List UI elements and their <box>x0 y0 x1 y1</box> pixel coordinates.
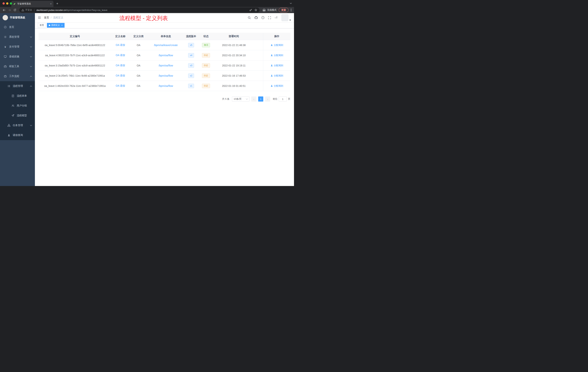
table-row: oa_leave:3:1fad3d93-7b75-11ec-a3c8-acde4… <box>39 60 290 71</box>
sidebar-fold-icon[interactable] <box>38 16 41 19</box>
assign-rule-link[interactable]: 分配规则 <box>271 84 283 88</box>
browser-menu-icon[interactable] <box>291 9 292 11</box>
definition-name-link[interactable]: OA 请假 <box>116 84 125 88</box>
github-icon[interactable] <box>254 16 258 20</box>
omnibox-end-icons <box>249 9 257 11</box>
sidebar-item-process-form[interactable]: 流程表单 <box>0 91 35 101</box>
sidebar-item-process-mgmt[interactable]: 流程管理 <box>0 81 35 91</box>
page-1-button[interactable]: 1 <box>258 97 263 101</box>
avatar[interactable] <box>282 14 288 21</box>
user-menu[interactable] <box>282 14 291 21</box>
tag-process-definition[interactable]: 流程定义 × <box>47 23 64 28</box>
sidebar-item-system[interactable]: 系统管理 <box>0 32 35 42</box>
window-minimize-button[interactable] <box>6 2 8 5</box>
chevron-up-icon <box>30 76 32 77</box>
toolbox-icon <box>4 65 7 68</box>
app-container: 芋道管理系统 首页 系统管理 ¥ 支付管理 <box>0 13 294 186</box>
definition-name-link[interactable]: OA 请假 <box>116 74 125 77</box>
tag-close-icon[interactable]: × <box>61 24 63 27</box>
sidebar-item-devtools[interactable]: 研发工具 <box>0 62 35 71</box>
address-bar[interactable]: 不安全 | dashboard.yudao.iocoder.cn/bpm/man… <box>19 8 260 12</box>
sidebar: 芋道管理系统 首页 系统管理 ¥ 支付管理 <box>0 13 35 186</box>
form-info-link[interactable]: /bpm/oa/flow <box>158 64 173 67</box>
sidebar-item-workflow[interactable]: 工作流程 <box>0 71 35 81</box>
user-icon <box>271 54 273 56</box>
chevron-down-icon <box>30 36 32 38</box>
sidebar-item-process-model[interactable]: 流程模型 <box>0 111 35 120</box>
page-size-select[interactable]: 10条/页 <box>232 97 250 101</box>
sidebar-item-label: 用户分组 <box>17 104 27 107</box>
forward-icon[interactable] <box>7 8 12 12</box>
form-info-link[interactable]: /bpm/oa/flow <box>158 74 173 77</box>
breadcrumb-separator: / <box>51 16 52 19</box>
new-tab-button[interactable]: + <box>55 1 60 6</box>
reload-icon[interactable] <box>12 8 17 12</box>
assign-rule-label: 分配规则 <box>274 84 283 88</box>
cell-action: 分配规则 <box>263 81 290 91</box>
sidebar-item-task-mgmt[interactable]: 任务管理 <box>0 120 35 130</box>
form-info-link[interactable]: /bpm/oa/flow <box>158 54 173 57</box>
url-host: dashboard.yudao.iocoder.cn <box>36 9 66 11</box>
back-icon[interactable] <box>1 8 7 12</box>
url-text[interactable]: dashboard.yudao.iocoder.cn/bpm/manager/d… <box>36 9 248 11</box>
incognito-label: 无痕模式 <box>267 8 277 12</box>
logo-title: 芋道管理系统 <box>10 16 25 19</box>
sidebar-logo[interactable]: 芋道管理系统 <box>0 13 35 22</box>
breadcrumb-home[interactable]: 首页 <box>44 16 49 19</box>
definition-name-link[interactable]: OA 请假 <box>116 64 125 67</box>
fullscreen-icon[interactable] <box>268 16 271 19</box>
update-button[interactable]: 更新 <box>279 8 289 12</box>
assign-rule-link[interactable]: 分配规则 <box>271 44 283 47</box>
sidebar-item-infra[interactable]: 基础设施 <box>0 52 35 62</box>
definition-name-link[interactable]: OA 请假 <box>116 44 125 47</box>
send-icon <box>11 114 15 117</box>
cell-form-info: /bpm/oa/leave/create <box>148 40 184 50</box>
pagination-goto: 前往 页 <box>273 97 290 101</box>
window-close-button[interactable] <box>2 2 5 5</box>
cell-status: 挂起 <box>198 71 214 81</box>
tag-home[interactable]: 首页 <box>38 23 46 28</box>
svg-text:T: T <box>276 16 278 19</box>
window-zoom-button[interactable] <box>10 2 12 5</box>
prev-page-button[interactable]: ‹ <box>251 97 256 101</box>
browser-tabstrip: 芋道管理系统 × + <box>0 0 294 7</box>
tab-search-chevron-icon[interactable] <box>290 3 292 4</box>
svg-text:T: T <box>275 17 276 19</box>
traffic-lights <box>2 2 12 5</box>
incognito-icon <box>262 9 266 12</box>
version-badge: v2 <box>188 74 194 78</box>
bookmark-star-icon[interactable] <box>254 9 257 11</box>
chevron-down-icon <box>30 46 32 47</box>
assign-rule-link[interactable]: 分配规则 <box>271 64 283 67</box>
search-icon[interactable] <box>248 16 251 19</box>
sidebar-item-user-group[interactable]: 用户分组 <box>0 101 35 111</box>
cell-category: OA <box>129 60 148 70</box>
sidebar-item-label: 流程表单 <box>17 94 27 98</box>
goto-page-input[interactable] <box>279 97 287 101</box>
cell-category: OA <box>129 50 148 60</box>
not-secure-label[interactable]: 不安全 <box>25 9 32 12</box>
url-path: /bpm/manager/definition?key=oa_leave <box>66 9 107 11</box>
active-tag-dot <box>49 25 50 26</box>
col-definition-name: 定义名称 <box>111 33 129 40</box>
form-info-link[interactable]: /bpm/oa/leave/create <box>154 44 178 47</box>
sidebar-item-home[interactable]: 首页 <box>0 22 35 32</box>
assign-rule-link[interactable]: 分配规则 <box>271 54 283 57</box>
cell-spacer <box>254 71 263 81</box>
password-key-icon[interactable] <box>249 9 252 11</box>
sidebar-item-label: 研发工具 <box>9 65 19 68</box>
sidebar-item-label: 支付管理 <box>9 45 19 48</box>
help-icon[interactable]: ? <box>261 16 264 19</box>
font-size-icon[interactable]: TT <box>274 16 278 19</box>
browser-tab[interactable]: 芋道管理系统 × <box>11 1 53 7</box>
assign-rule-link[interactable]: 分配规则 <box>271 74 283 77</box>
cell-version: v5 <box>184 40 198 50</box>
form-info-link[interactable]: /bpm/oa/flow <box>158 85 173 87</box>
next-page-button[interactable]: › <box>265 97 270 101</box>
cell-status: 挂起 <box>198 60 214 70</box>
sidebar-item-payment[interactable]: ¥ 支付管理 <box>0 42 35 52</box>
cell-action: 分配规则 <box>263 40 290 50</box>
tab-close-icon[interactable]: × <box>50 2 52 5</box>
sidebar-item-leave-query[interactable]: 请假查询 <box>0 130 35 140</box>
definition-name-link[interactable]: OA 请假 <box>116 54 125 57</box>
